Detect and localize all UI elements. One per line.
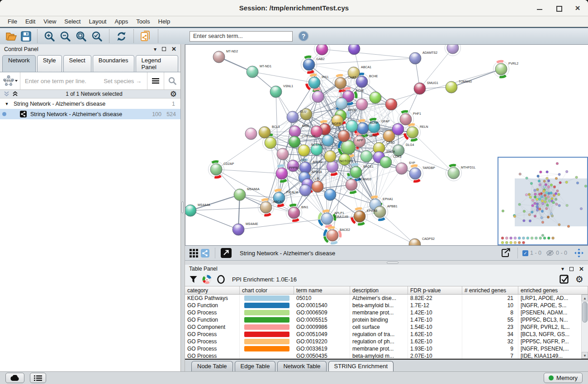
svg-text:CDK5: CDK5 (393, 155, 402, 158)
table-scrollbar[interactable]: ▲ ▼ (581, 295, 588, 359)
export-network-icon[interactable] (500, 248, 511, 258)
open-file-icon[interactable] (5, 31, 17, 41)
menu-file[interactable]: File (4, 18, 21, 25)
filter-icon[interactable] (190, 276, 197, 283)
scroll-up-icon[interactable]: ▲ (582, 295, 588, 301)
zoom-in-icon[interactable] (43, 30, 56, 42)
enrichment-row[interactable]: GO FunctionGO:0005515protein binding1.47… (185, 316, 588, 323)
tab-edge-table[interactable]: Edge Table (235, 361, 276, 371)
chart-color-cell (240, 345, 294, 352)
enrichment-settings-gear-icon[interactable]: ⚙ (575, 276, 583, 283)
table-panel-menu-icon[interactable]: ▾ (561, 266, 564, 272)
search-input[interactable] (190, 31, 293, 42)
reset-ring-icon[interactable] (217, 275, 225, 284)
column-header[interactable]: chart color (240, 286, 294, 294)
svg-text:CADPS2: CADPS2 (422, 237, 435, 240)
help-icon[interactable]: ? (298, 31, 309, 42)
svg-text:NCSTN: NCSTN (311, 143, 322, 146)
network-from-file-icon[interactable] (140, 30, 152, 42)
zoom-selected-icon[interactable] (91, 30, 103, 42)
table-float-panel-icon[interactable] (569, 267, 574, 271)
menu-view[interactable]: View (39, 18, 60, 25)
network-canvas[interactable]: MT-ND2MT-ND1VSNL1GAB2IRS1CHATABCA1BCHEAC… (185, 44, 588, 246)
column-header[interactable]: description (350, 286, 408, 294)
enrichment-row[interactable]: GO ProcessGO:0051049regulation of tra...… (185, 331, 588, 338)
tab-node-table[interactable]: Node Table (191, 361, 233, 371)
tab-select[interactable]: Select (63, 55, 91, 72)
svg-text:APP: APP (357, 139, 363, 142)
pan-navigator-icon[interactable] (574, 248, 584, 258)
zoom-out-icon[interactable] (59, 30, 71, 42)
save-session-icon[interactable] (21, 31, 31, 42)
string-search-icon[interactable] (164, 72, 180, 89)
enrichment-row[interactable]: GO ProcessGO:0019220regulation of ph...1… (185, 338, 588, 345)
svg-text:APH1A: APH1A (312, 170, 322, 173)
column-header[interactable]: # enriched genes (462, 286, 518, 294)
enrichment-row[interactable]: GO ProcessGO:0050435beta-amyloid m...2.0… (185, 352, 588, 360)
chart-color-cell (240, 338, 294, 345)
collection-collapse-icon[interactable]: ▼ (0, 102, 14, 106)
open-in-browser-icon[interactable] (221, 248, 232, 258)
tab-boundaries[interactable]: Boundaries (93, 55, 134, 72)
task-history-button[interactable] (30, 373, 46, 383)
scrollbar-thumb[interactable] (582, 302, 588, 323)
birds-eye-view[interactable] (498, 157, 588, 245)
cloud-tasks-button[interactable] (5, 373, 24, 383)
memory-button[interactable]: Memory (544, 373, 583, 383)
table-close-panel-icon[interactable]: ✕ (579, 266, 584, 272)
svg-text:APLP2: APLP2 (313, 160, 322, 164)
network-options-gear-icon[interactable]: ⚙ (170, 90, 177, 98)
table-header-row[interactable]: categorychart colorterm namedescriptionF… (185, 286, 588, 295)
panel-menu-icon[interactable]: ▾ (154, 47, 156, 52)
control-panel-title: Control Panel (4, 46, 38, 52)
collapse-all-icon[interactable] (4, 91, 9, 97)
minimize-button[interactable] (536, 5, 543, 11)
svg-text:CR1: CR1 (300, 159, 307, 162)
network-collection-row[interactable]: ▼ String Network - Alzheimer's disease 1 (0, 98, 180, 109)
float-panel-icon[interactable] (162, 47, 166, 51)
network-tree: ▼ String Network - Alzheimer's disease 1… (0, 98, 180, 119)
menu-apps[interactable]: Apps (111, 18, 133, 25)
horizontal-splitter[interactable] (185, 261, 588, 265)
column-header[interactable]: FDR p-value (408, 286, 462, 294)
enrichment-row[interactable]: GO ProcessGO:0033619membrane prot...1.93… (185, 345, 588, 352)
enrichment-row[interactable]: GO ProcessGO:0006509membrane prot...1.42… (185, 309, 588, 316)
tab-legend-panel[interactable]: Legend Panel (136, 55, 178, 72)
refresh-icon[interactable] (115, 30, 128, 42)
string-query-input[interactable]: Enter one term per line. (20, 78, 104, 84)
vertical-splitter[interactable] (181, 44, 185, 371)
string-options-icon[interactable] (147, 72, 164, 89)
scroll-down-icon[interactable]: ▼ (582, 352, 588, 359)
tab-string-enrichment[interactable]: STRING Enrichment (328, 361, 394, 371)
network-row[interactable]: String Network - Alzheimer's disease 100… (0, 109, 180, 119)
select-columns-icon[interactable] (560, 275, 569, 284)
menu-tools[interactable]: Tools (132, 18, 154, 25)
tab-network[interactable]: Network (2, 55, 36, 72)
menu-layout[interactable]: Layout (85, 18, 110, 25)
maximize-button[interactable] (555, 5, 562, 11)
close-button[interactable]: × (574, 5, 581, 11)
set-species-label[interactable]: Set species → (104, 78, 147, 84)
svg-text:CLU: CLU (300, 110, 306, 113)
grid-mode-icon[interactable] (190, 249, 198, 258)
menu-select[interactable]: Select (60, 18, 85, 25)
enrichment-row[interactable]: GO FunctionGO:0001540beta-amyloid bi...1… (185, 302, 588, 309)
zoom-fit-icon[interactable] (75, 30, 87, 42)
donut-chart-icon[interactable] (202, 275, 212, 284)
menu-edit[interactable]: Edit (21, 18, 39, 25)
share-network-icon[interactable] (201, 249, 209, 258)
expand-all-icon[interactable] (12, 91, 18, 97)
column-header[interactable]: term name (294, 286, 350, 294)
string-logo-icon[interactable]: STRING (0, 74, 20, 88)
close-panel-icon[interactable]: ✕ (171, 46, 176, 52)
string-query-bar: STRING Enter one term per line. Set spec… (0, 72, 180, 90)
tab-style[interactable]: Style (37, 55, 62, 72)
enrichment-row[interactable]: GO ComponentGO:0009986cell surface1.54E-… (185, 323, 588, 331)
menu-help[interactable]: Help (154, 18, 175, 25)
chart-color-cell (240, 316, 294, 323)
tab-network-table[interactable]: Network Table (277, 361, 326, 371)
enrichment-row[interactable]: KEGG Pathways05010Alzheimer's dise...8.8… (185, 295, 588, 302)
column-header[interactable]: enriched genes (518, 286, 588, 294)
column-header[interactable]: category (185, 286, 240, 294)
svg-text:EPHA5: EPHA5 (367, 209, 377, 212)
